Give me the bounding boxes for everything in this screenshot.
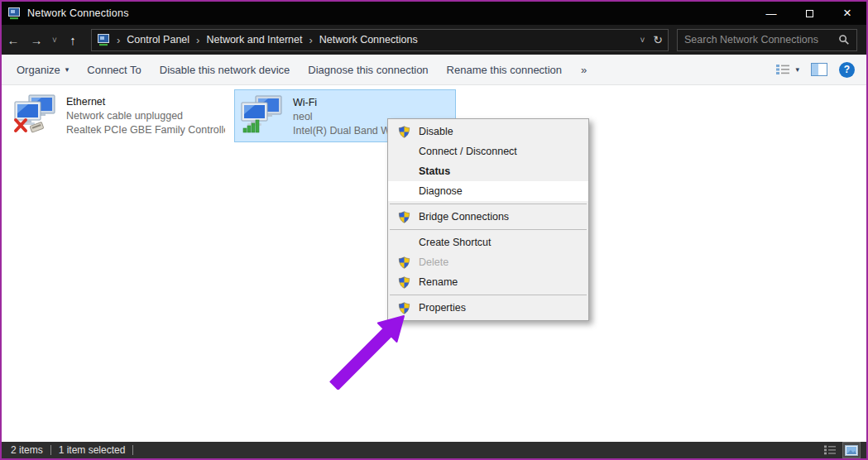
menu-item-label: Create Shortcut bbox=[419, 237, 492, 248]
help-icon: ? bbox=[844, 64, 850, 75]
breadcrumb-network-connections[interactable]: Network Connections bbox=[319, 34, 418, 46]
close-button[interactable]: × bbox=[828, 2, 866, 25]
uac-shield-icon bbox=[398, 211, 410, 223]
back-icon: ← bbox=[7, 33, 20, 47]
breadcrumb-separator-icon: › bbox=[309, 34, 312, 46]
connection-name: Ethernet bbox=[66, 95, 225, 109]
large-icons-view-button[interactable] bbox=[843, 443, 860, 458]
caret-down-icon: ▾ bbox=[795, 65, 799, 74]
connection-device: Realtek PCIe GBE Family Controller bbox=[66, 123, 225, 137]
forward-button[interactable]: → bbox=[25, 28, 48, 51]
command-toolbar: Organize ▾ Connect To Disable this netwo… bbox=[2, 55, 866, 85]
preview-pane-button[interactable] bbox=[811, 63, 827, 76]
menu-icon-spacer bbox=[398, 165, 410, 178]
menu-item-label: Diagnose bbox=[419, 185, 463, 197]
breadcrumb-separator-icon: › bbox=[196, 34, 199, 46]
menu-item-label: Bridge Connections bbox=[419, 211, 509, 223]
search-input[interactable] bbox=[684, 34, 838, 46]
forward-icon: → bbox=[31, 33, 43, 47]
diagnose-connection-label: Diagnose this connection bbox=[308, 64, 428, 76]
disable-device-label: Disable this network device bbox=[160, 64, 290, 76]
menu-separator bbox=[390, 229, 587, 230]
menu-item-disable[interactable]: Disable bbox=[388, 122, 588, 141]
overflow-icon: » bbox=[581, 64, 587, 76]
disable-device-button[interactable]: Disable this network device bbox=[151, 55, 300, 84]
minimize-button[interactable]: — bbox=[752, 2, 790, 25]
toolbar-overflow-button[interactable]: » bbox=[571, 64, 597, 76]
breadcrumb-separator-icon: › bbox=[117, 34, 120, 46]
up-button[interactable]: ↑ bbox=[61, 28, 84, 51]
title-bar: Network Connections — × bbox=[2, 2, 866, 25]
window-controls: — × bbox=[752, 2, 866, 25]
recent-locations-button[interactable]: ˅ bbox=[48, 28, 61, 51]
menu-item-label: Properties bbox=[419, 302, 466, 314]
details-view-icon bbox=[776, 64, 790, 75]
connection-status: neol bbox=[293, 110, 396, 124]
connect-to-button[interactable]: Connect To bbox=[78, 55, 151, 84]
menu-separator bbox=[390, 295, 587, 295]
menu-item-properties[interactable]: Properties bbox=[388, 298, 588, 318]
breadcrumb-network-and-internet[interactable]: Network and Internet bbox=[206, 34, 302, 46]
status-divider bbox=[50, 445, 51, 455]
menu-item-rename[interactable]: Rename bbox=[388, 272, 588, 292]
annotation-arrow-icon bbox=[328, 311, 410, 393]
menu-icon-spacer bbox=[398, 237, 410, 249]
chevron-down-icon: ˅ bbox=[52, 36, 57, 45]
status-divider bbox=[132, 445, 133, 455]
address-field[interactable]: › Control Panel › Network and Internet ›… bbox=[91, 29, 669, 51]
menu-item-label: Delete bbox=[419, 256, 448, 268]
search-icon bbox=[838, 34, 850, 46]
caret-down-icon: ▾ bbox=[65, 65, 70, 74]
uac-shield-icon bbox=[398, 276, 410, 289]
connection-status: Network cable unplugged bbox=[66, 109, 225, 123]
uac-shield-icon bbox=[398, 256, 410, 269]
maximize-icon bbox=[806, 10, 813, 17]
menu-item-label: Disable bbox=[419, 126, 453, 137]
details-view-button[interactable] bbox=[822, 443, 838, 458]
connection-name: Wi-Fi bbox=[293, 96, 396, 110]
organize-button[interactable]: Organize ▾ bbox=[7, 55, 78, 84]
rename-connection-button[interactable]: Rename this connection bbox=[438, 55, 571, 84]
address-dropdown-icon[interactable]: ˅ bbox=[640, 36, 645, 45]
breadcrumb-control-panel[interactable]: Control Panel bbox=[127, 34, 189, 46]
menu-item-label: Rename bbox=[419, 276, 458, 288]
address-bar: ← → ˅ ↑ › Control Panel › Network and In… bbox=[2, 25, 866, 55]
network-connections-app-icon bbox=[7, 7, 21, 20]
menu-item-label: Status bbox=[419, 165, 450, 177]
menu-icon-spacer bbox=[398, 146, 410, 158]
organize-label: Organize bbox=[17, 64, 60, 76]
help-button[interactable]: ? bbox=[839, 62, 855, 78]
items-count: 2 items bbox=[11, 444, 43, 456]
close-icon: × bbox=[843, 5, 851, 22]
menu-separator bbox=[390, 204, 587, 204]
back-button[interactable]: ← bbox=[2, 28, 25, 51]
location-icon bbox=[97, 33, 110, 46]
minimize-icon: — bbox=[766, 7, 777, 20]
maximize-button[interactable] bbox=[790, 2, 828, 25]
selected-count: 1 item selected bbox=[59, 444, 126, 456]
menu-item-label: Connect / Disconnect bbox=[419, 146, 517, 157]
menu-item-bridge-connections[interactable]: Bridge Connections bbox=[388, 207, 588, 227]
change-view-button[interactable]: ▾ bbox=[776, 64, 799, 75]
details-view-icon bbox=[824, 445, 836, 455]
refresh-icon[interactable]: ↻ bbox=[653, 33, 663, 46]
uac-shield-icon bbox=[398, 126, 410, 138]
status-bar: 2 items 1 item selected bbox=[2, 442, 866, 458]
menu-icon-spacer bbox=[398, 185, 410, 198]
context-menu: Disable Connect / Disconnect Status Diag… bbox=[387, 118, 589, 321]
connection-item-ethernet[interactable]: Ethernet Network cable unplugged Realtek… bbox=[8, 89, 230, 142]
menu-item-delete: Delete bbox=[388, 252, 588, 272]
ethernet-adapter-icon bbox=[13, 93, 61, 139]
large-icons-view-icon bbox=[845, 445, 858, 456]
search-box[interactable] bbox=[677, 29, 857, 51]
diagnose-connection-button[interactable]: Diagnose this connection bbox=[299, 55, 437, 84]
up-icon: ↑ bbox=[70, 33, 76, 47]
connect-to-label: Connect To bbox=[87, 64, 141, 76]
menu-item-create-shortcut[interactable]: Create Shortcut bbox=[388, 232, 588, 252]
rename-connection-label: Rename this connection bbox=[447, 64, 562, 76]
menu-item-status[interactable]: Status bbox=[388, 161, 588, 181]
menu-item-connect-disconnect[interactable]: Connect / Disconnect bbox=[388, 141, 588, 161]
menu-item-diagnose[interactable]: Diagnose bbox=[388, 181, 588, 201]
window-title: Network Connections bbox=[27, 7, 129, 19]
connection-device: Intel(R) Dual Band Wir bbox=[293, 124, 396, 138]
